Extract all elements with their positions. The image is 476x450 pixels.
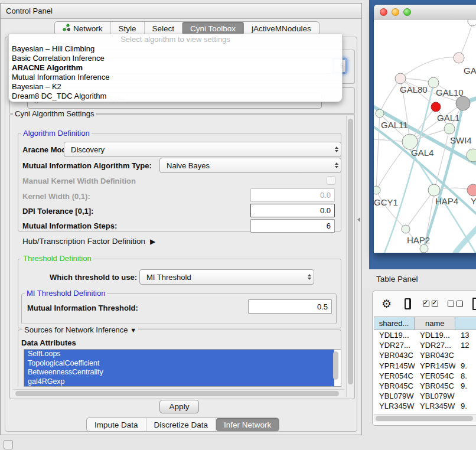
- tab-label: Infer Network: [224, 420, 271, 429]
- tab-impute-data[interactable]: Impute Data: [87, 418, 146, 431]
- sources-expander[interactable]: Sources for Network Inference ▼: [22, 326, 138, 334]
- attribute-item-topologicalcoefficient[interactable]: TopologicalCoefficient: [24, 359, 334, 369]
- table-cell: YDR27...: [415, 341, 455, 350]
- tab-discretize-data[interactable]: Discretize Data: [146, 418, 217, 431]
- network-edge[interactable]: [434, 129, 449, 190]
- close-traffic-light-icon[interactable]: [380, 8, 387, 16]
- tab-label: Select: [152, 24, 175, 33]
- table-cell: 12: [455, 341, 476, 350]
- settings-horizontal-scrollbar[interactable]: [13, 389, 344, 397]
- table-cell: YDR27...: [374, 341, 415, 350]
- kernel-width-field[interactable]: 0.0: [250, 188, 335, 202]
- dock-icon[interactable]: [4, 440, 13, 449]
- table-cell: YPR145W: [415, 361, 455, 370]
- network-graph[interactable]: GALGAL80GAL10GAL1GAL11GAL4SWI4GCY1HAP4YH…: [374, 19, 476, 253]
- network-node-gal80[interactable]: [395, 73, 406, 84]
- mi-type-combo[interactable]: Naive Bayes: [159, 158, 341, 173]
- mi-threshold-field[interactable]: 0.5: [248, 299, 332, 314]
- attributes-scrollbar-thumb[interactable]: [333, 351, 338, 380]
- attribute-item-selfloops[interactable]: SelfLoops: [24, 350, 334, 359]
- algorithm-option-basic-correlation-inference[interactable]: Basic Correlation Inference: [9, 54, 342, 63]
- file-export-icon[interactable]: [472, 298, 476, 310]
- network-node[interactable]: [420, 244, 428, 253]
- algorithm-option-mutual-information-inference[interactable]: Mutual Information Inference: [9, 73, 342, 82]
- combo-stepper-icon: [308, 274, 311, 280]
- hub-tf-expander[interactable]: Hub/Transcription Factor Definition ▶: [22, 237, 155, 246]
- tab-cyni-toolbox[interactable]: Cyni Toolbox: [182, 22, 244, 35]
- table-cell: YPR145W: [374, 361, 415, 370]
- columns-icon[interactable]: [405, 298, 411, 309]
- network-edge[interactable]: [400, 57, 459, 79]
- tab-style[interactable]: Style: [111, 22, 145, 35]
- network-node-y[interactable]: [467, 184, 476, 196]
- column-header-name[interactable]: name: [415, 317, 455, 330]
- network-edge[interactable]: [376, 142, 410, 190]
- tab-network[interactable]: Network: [55, 22, 111, 35]
- algorithm-option-bayesian-k2[interactable]: Bayesian – K2: [9, 82, 342, 92]
- table-row[interactable]: YPR145WYPR145W9.: [374, 361, 476, 371]
- network-node-gal1[interactable]: [444, 123, 455, 134]
- mi-steps-field[interactable]: 6: [250, 219, 335, 233]
- network-node-gcy1[interactable]: [374, 186, 380, 194]
- which-threshold-label: Which threshold to use:: [50, 273, 137, 282]
- gear-icon[interactable]: ⚙: [382, 298, 392, 309]
- table-horizontal-scrollbar-thumb[interactable]: [376, 416, 473, 421]
- table-body: YDL19...YDL19...13YDR27...YDR27...12YBR0…: [374, 330, 476, 414]
- manual-kernel-checkbox[interactable]: [327, 176, 335, 185]
- table-horizontal-scrollbar[interactable]: [374, 414, 476, 422]
- algorithm-option-dream8-dc-tdc-algorithm[interactable]: Dream8 DC_TDC Algorithm: [9, 92, 342, 101]
- settings-vertical-scrollbar[interactable]: [346, 116, 354, 397]
- column-header-shared-[interactable]: shared...: [374, 317, 415, 330]
- table-cell: YLR345W: [374, 402, 415, 410]
- settings-horizontal-scrollbar-thumb[interactable]: [15, 391, 339, 396]
- tab-label: Network: [73, 24, 103, 33]
- network-edge[interactable]: [376, 113, 380, 190]
- minimize-traffic-light-icon[interactable]: [392, 8, 399, 16]
- deselect-all-checkboxes-icon[interactable]: [448, 301, 463, 307]
- network-node-hap4[interactable]: [428, 184, 440, 196]
- network-node-hap2[interactable]: [402, 225, 410, 233]
- attribute-item-betweennesscentrality[interactable]: BetweennessCentrality: [24, 368, 334, 377]
- tab-infer-network[interactable]: Infer Network: [216, 418, 279, 431]
- table-cell: YBR043C: [374, 351, 415, 360]
- network-edge[interactable]: [406, 190, 434, 229]
- apply-button[interactable]: Apply: [159, 400, 199, 413]
- dpi-tolerance-field[interactable]: 0.0: [250, 204, 335, 217]
- collapse-sash-icon[interactable]: [357, 217, 360, 222]
- column-header-extra[interactable]: [455, 317, 476, 330]
- table-row[interactable]: YBL079WYBL079W: [374, 391, 476, 401]
- network-node[interactable]: [431, 102, 441, 112]
- network-node[interactable]: [468, 19, 476, 26]
- algorithm-option-bayesian-hill-climbing[interactable]: Bayesian – Hill Climbing: [9, 44, 342, 54]
- aracne-mode-combo[interactable]: Discovery: [64, 142, 341, 157]
- mi-steps-label: Mutual Information Steps:: [22, 221, 117, 230]
- algorithm-option-aracne-algorithm[interactable]: ARACNE Algorithm: [9, 63, 342, 73]
- network-window-titlebar[interactable]: [374, 5, 476, 19]
- table-row[interactable]: YBR045CYBR045C9.: [374, 381, 476, 391]
- algorithm-dropdown-list[interactable]: Select algorithm to view settings Bayesi…: [8, 34, 343, 102]
- table-panel-title: Table Panel: [376, 275, 418, 283]
- attribute-item-gal4rgexp[interactable]: gal4RGexp: [24, 377, 334, 387]
- network-node[interactable]: [456, 96, 470, 110]
- tab-select[interactable]: Select: [145, 22, 183, 35]
- settings-vertical-scrollbar-thumb[interactable]: [348, 119, 353, 384]
- table-row[interactable]: YDL19...YDL19...13: [374, 330, 476, 340]
- network-edge[interactable]: [380, 79, 400, 113]
- table-row[interactable]: YDR27...YDR27...12: [374, 340, 476, 350]
- table-panel-titlebar: Table Panel: [362, 269, 476, 288]
- network-edge[interactable]: [376, 190, 406, 229]
- select-all-checkboxes-icon[interactable]: [423, 301, 438, 307]
- which-threshold-combo[interactable]: MI Threshold: [139, 269, 314, 285]
- tab-jactivemnodules[interactable]: jActiveMNodules: [244, 22, 319, 35]
- table-row[interactable]: YLR345WYLR345W9.: [374, 401, 476, 411]
- network-node-gal[interactable]: [454, 53, 464, 63]
- table-cell: YBL079W: [374, 392, 415, 400]
- network-icon: [63, 24, 70, 33]
- network-node-gal11[interactable]: [376, 109, 384, 118]
- table-row[interactable]: YBR043CYBR043C: [374, 350, 476, 360]
- table-row[interactable]: YER054CYER054C8.: [374, 371, 476, 381]
- sources-title: Sources for Network Inference: [24, 325, 128, 334]
- network-node-gal10[interactable]: [428, 77, 439, 88]
- zoom-traffic-light-icon[interactable]: [403, 8, 411, 16]
- data-attributes-list[interactable]: SelfLoopsTopologicalCoefficientBetweenne…: [24, 349, 341, 387]
